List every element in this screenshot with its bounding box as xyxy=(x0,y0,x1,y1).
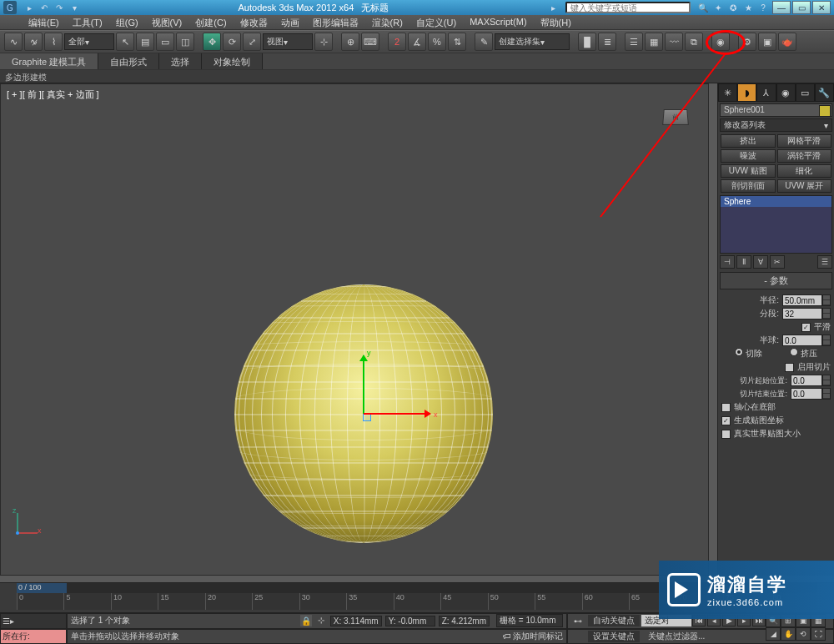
tab-create-icon[interactable]: ✳ xyxy=(718,83,737,102)
bind-spacewarp-icon[interactable]: ⌇ xyxy=(44,33,63,51)
maxscript-mini-icon[interactable]: ☰▸ xyxy=(0,613,67,629)
max-toggle-icon[interactable]: ⛶ xyxy=(811,627,826,641)
unique-icon[interactable]: ∀ xyxy=(753,255,768,269)
tick-35[interactable]: 35 xyxy=(346,593,393,610)
tab-motion-icon[interactable]: ◉ xyxy=(776,83,796,102)
frame-indicator[interactable]: 0 / 100 xyxy=(17,583,67,593)
btn-extrude[interactable]: 挤出 xyxy=(721,134,776,148)
ribbon-tab-freeform[interactable]: 自由形式 xyxy=(98,53,159,69)
search-icon[interactable]: 🔍 xyxy=(696,2,710,13)
maximize-button[interactable]: ▭ xyxy=(792,1,811,14)
btn-turbosmooth[interactable]: 涡轮平滑 xyxy=(777,149,832,163)
input-radius[interactable]: 50.0mm xyxy=(782,294,822,306)
tick-25[interactable]: 25 xyxy=(252,593,299,610)
configure-sets-icon[interactable]: ☰ xyxy=(817,255,832,269)
coord-mode-icon[interactable]: ⊹ xyxy=(315,616,327,626)
prompt-line-input[interactable]: 所在行: xyxy=(0,629,67,645)
add-time-tag[interactable]: 添加时间标记 xyxy=(513,631,563,642)
snap-2d-icon[interactable]: 2 xyxy=(388,33,406,51)
fov-icon[interactable]: ◢ xyxy=(766,627,781,641)
tick-50[interactable]: 50 xyxy=(488,593,535,610)
spinner-snap-icon[interactable]: ⇅ xyxy=(448,33,466,51)
tick-60[interactable]: 60 xyxy=(582,593,629,610)
menu-graph-editors[interactable]: 图形编辑器 xyxy=(306,15,365,29)
close-button[interactable]: ✕ xyxy=(812,1,831,14)
rollout-header[interactable]: - 参数 xyxy=(720,272,832,289)
coord-z-field[interactable]: Z: 4.212mm xyxy=(439,616,490,626)
tick-55[interactable]: 55 xyxy=(535,593,581,610)
show-end-icon[interactable]: Ⅱ xyxy=(736,255,751,269)
checkbox-slice-on[interactable] xyxy=(785,363,794,372)
select-object-icon[interactable]: ↖ xyxy=(116,33,134,51)
unlink-icon[interactable]: ∿̷ xyxy=(24,33,43,51)
named-sel-set-combo[interactable]: 创建选择集 ▾ xyxy=(495,33,570,50)
key-filters-button[interactable]: 关键点过滤器... xyxy=(643,631,710,642)
window-crossing-icon[interactable]: ◫ xyxy=(176,33,194,51)
graphite-toggle-icon[interactable]: ▦ xyxy=(645,33,663,51)
checkbox-gen-uvs[interactable]: ✓ xyxy=(721,416,731,425)
tick-20[interactable]: 20 xyxy=(205,593,252,610)
undo-icon[interactable]: ↶ xyxy=(38,2,51,13)
menu-rendering[interactable]: 渲染(R) xyxy=(365,15,409,29)
checkbox-base-pivot[interactable] xyxy=(721,403,731,412)
modifier-stack[interactable]: Sphere xyxy=(720,195,832,254)
btn-noise[interactable]: 噪波 xyxy=(721,149,776,163)
tick-30[interactable]: 30 xyxy=(299,593,346,610)
layers-icon[interactable]: ☰ xyxy=(625,33,643,51)
lock-selection-icon[interactable]: 🔒 xyxy=(300,615,312,626)
spinner-hemisphere[interactable] xyxy=(822,335,831,346)
tab-utilities-icon[interactable]: 🔧 xyxy=(815,83,834,102)
btn-tessellate[interactable]: 细化 xyxy=(777,164,832,178)
curve-editor-icon[interactable]: 〰 xyxy=(665,33,683,51)
menu-customize[interactable]: 自定义(U) xyxy=(409,15,463,29)
ribbon-tab-selection[interactable]: 选择 xyxy=(159,53,202,69)
menu-maxscript[interactable]: MAXScript(M) xyxy=(463,15,533,29)
pin-stack-icon[interactable]: ⊣ xyxy=(720,255,735,269)
checkbox-smooth[interactable]: ✓ xyxy=(801,323,811,332)
pan-icon[interactable]: ✋ xyxy=(781,627,796,641)
menu-modifiers[interactable]: 修改器 xyxy=(234,15,274,29)
viewport-label[interactable]: [ + ][ 前 ][ 真实 + 边面 ] xyxy=(7,88,99,101)
ref-coord-combo[interactable]: 视图 ▾ xyxy=(263,33,313,50)
qat-drop-icon[interactable]: ▾ xyxy=(68,2,81,13)
stack-item-sphere[interactable]: Sphere xyxy=(721,196,831,207)
menu-help[interactable]: 帮助(H) xyxy=(534,15,578,29)
checkbox-real-world[interactable] xyxy=(721,430,731,439)
select-by-name-icon[interactable]: ▤ xyxy=(136,33,154,51)
favorites-icon[interactable]: ★ xyxy=(741,2,755,13)
select-move-icon[interactable]: ✥ xyxy=(203,33,221,51)
tb-new-icon[interactable]: ▸ xyxy=(23,2,36,13)
coord-x-field[interactable]: X: 3.114mm xyxy=(330,616,382,626)
tick-0[interactable]: 0 xyxy=(17,593,63,610)
link-icon[interactable]: ∿ xyxy=(4,33,23,51)
material-editor-icon[interactable]: ◉ xyxy=(711,33,730,51)
menu-edit[interactable]: 编辑(E) xyxy=(22,15,66,29)
schematic-view-icon[interactable]: ⧉ xyxy=(685,33,703,51)
scene-object-sphere[interactable]: x y xyxy=(234,284,493,543)
btn-uvwmap[interactable]: UVW 贴图 xyxy=(721,164,776,178)
keyword-search-input[interactable] xyxy=(565,2,691,13)
gizmo-x-axis[interactable] xyxy=(364,413,430,415)
menu-animation[interactable]: 动画 xyxy=(274,15,306,29)
app-icon[interactable]: G xyxy=(3,1,17,14)
input-hemisphere[interactable]: 0.0 xyxy=(782,335,822,346)
btn-meshsmooth[interactable]: 网格平滑 xyxy=(777,134,832,148)
input-slice-to[interactable]: 0.0 xyxy=(791,388,822,400)
viewcube[interactable]: 前 xyxy=(659,100,692,133)
remove-mod-icon[interactable]: ✂ xyxy=(770,255,785,269)
tick-10[interactable]: 10 xyxy=(111,593,158,610)
tick-40[interactable]: 40 xyxy=(394,593,440,610)
object-name-field[interactable]: Sphere001 xyxy=(720,103,832,117)
tick-15[interactable]: 15 xyxy=(158,593,204,610)
orbit-icon[interactable]: ⟲ xyxy=(796,627,811,641)
exchange-icon[interactable]: ✪ xyxy=(726,2,740,13)
redo-icon[interactable]: ↷ xyxy=(53,2,66,13)
input-slice-from[interactable]: 0.0 xyxy=(791,375,822,386)
tick-45[interactable]: 45 xyxy=(440,593,487,610)
subscription-icon[interactable]: ✦ xyxy=(711,2,725,13)
tick-5[interactable]: 5 xyxy=(63,593,110,610)
menu-views[interactable]: 视图(V) xyxy=(145,15,189,29)
input-segments[interactable]: 32 xyxy=(782,308,822,319)
edit-named-sel-icon[interactable]: ✎ xyxy=(475,33,493,51)
radio-squash[interactable]: 挤压 xyxy=(790,348,817,360)
